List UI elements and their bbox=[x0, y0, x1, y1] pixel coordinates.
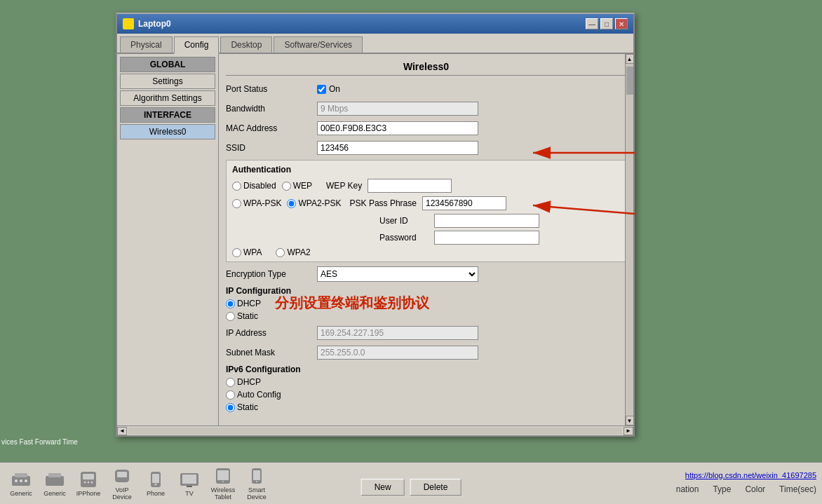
laptop0-window: Laptop0 — □ ✕ Physical Config Desktop So… bbox=[116, 13, 635, 437]
close-button[interactable]: ✕ bbox=[615, 18, 628, 29]
authentication-title: Authentication bbox=[232, 165, 620, 175]
toolbar-generic-icon-1[interactable]: Generic bbox=[6, 466, 36, 501]
auth-wpa2-psk-radio[interactable] bbox=[287, 199, 296, 208]
delete-button[interactable]: Delete bbox=[410, 479, 461, 496]
auth-wpa2-radio[interactable] bbox=[276, 248, 285, 257]
minimize-button[interactable]: — bbox=[586, 18, 598, 29]
wireless-tablet-shape bbox=[213, 467, 234, 485]
ssid-input[interactable] bbox=[317, 141, 478, 155]
mac-address-input[interactable] bbox=[317, 121, 478, 135]
scroll-right-arrow[interactable]: ► bbox=[624, 427, 633, 435]
maximize-button[interactable]: □ bbox=[600, 18, 613, 29]
ip-static-radio[interactable] bbox=[226, 312, 235, 321]
auth-wpa2-psk-option[interactable]: WPA2-PSK bbox=[287, 198, 341, 208]
algorithm-settings-button[interactable]: Algorithm Settings bbox=[120, 90, 215, 106]
ip-dhcp-option[interactable]: DHCP bbox=[226, 299, 261, 308]
svg-rect-12 bbox=[83, 474, 94, 479]
toolbar-wireless-tablet-icon[interactable]: Wireless Tablet bbox=[208, 466, 238, 501]
subnet-mask-input[interactable] bbox=[317, 346, 478, 360]
toolbar-ipphone-icon[interactable]: IPPhone bbox=[73, 466, 104, 501]
auth-wpa-radio[interactable] bbox=[232, 248, 241, 257]
interface-header: INTERFACE bbox=[120, 107, 215, 123]
auth-wep-radio[interactable] bbox=[282, 182, 291, 191]
auth-wpa-psk-radio[interactable] bbox=[232, 199, 241, 208]
tab-config[interactable]: Config bbox=[174, 36, 220, 54]
ipv6-autoconfig-option[interactable]: Auto Config bbox=[226, 390, 626, 400]
auth-wpa2-psk-label: WPA2-PSK bbox=[298, 198, 341, 208]
scroll-up-arrow[interactable]: ▲ bbox=[626, 54, 634, 64]
ip-address-input[interactable] bbox=[317, 326, 478, 340]
ip-dhcp-radio[interactable] bbox=[226, 299, 235, 308]
toolbar-smart-device-icon[interactable]: Smart Device bbox=[241, 466, 272, 501]
tab-physical[interactable]: Physical bbox=[120, 36, 173, 53]
scroll-track bbox=[128, 428, 622, 435]
svg-rect-27 bbox=[253, 470, 260, 480]
bandwidth-input bbox=[317, 102, 478, 116]
ipv6-static-radio[interactable] bbox=[226, 403, 235, 412]
subnet-mask-label: Subnet Mask bbox=[226, 348, 317, 357]
ip-config-section: IP Configuration DHCP Static bbox=[226, 286, 626, 321]
auth-wpa2-option[interactable]: WPA2 bbox=[276, 247, 310, 257]
col-color: Color bbox=[745, 484, 765, 494]
annotation-text: 分别设置终端和鉴别协议 bbox=[275, 294, 429, 313]
user-id-input[interactable] bbox=[434, 214, 539, 228]
port-status-checkbox-label[interactable]: On bbox=[317, 84, 340, 94]
ip-static-label: Static bbox=[237, 311, 258, 321]
tab-software-services[interactable]: Software/Services bbox=[274, 36, 363, 53]
auth-disabled-radio[interactable] bbox=[232, 182, 241, 191]
encryption-select[interactable]: AES TKIP bbox=[317, 266, 478, 282]
port-status-checkbox[interactable] bbox=[317, 85, 326, 94]
horizontal-scrollbar[interactable]: ◄ ► bbox=[117, 425, 633, 435]
ipv6-static-option[interactable]: Static bbox=[226, 402, 626, 412]
voip-shape bbox=[112, 467, 133, 485]
svg-rect-10 bbox=[48, 473, 61, 477]
password-label: Password bbox=[379, 233, 429, 243]
ipv6-dhcp-radio[interactable] bbox=[226, 378, 235, 387]
scroll-thumb[interactable] bbox=[626, 67, 633, 95]
psk-pass-phrase-label: PSK Pass Phrase bbox=[350, 198, 417, 208]
bandwidth-label: Bandwidth bbox=[226, 104, 317, 114]
right-scrollbar[interactable]: ▲ ▼ bbox=[625, 54, 633, 425]
scroll-down-arrow[interactable]: ▼ bbox=[626, 416, 634, 425]
svg-point-15 bbox=[91, 481, 93, 483]
scroll-left-arrow[interactable]: ◄ bbox=[117, 427, 127, 435]
ipv6-dhcp-label: DHCP bbox=[237, 377, 261, 387]
window-content: GLOBAL Settings Algorithm Settings INTER… bbox=[117, 54, 633, 425]
toolbar-generic-icon-2[interactable]: Generic bbox=[39, 466, 70, 501]
window-controls: — □ ✕ bbox=[586, 18, 628, 29]
status-url: https://blog.csdn.net/weixin_41697285 bbox=[685, 471, 816, 479]
encryption-row: Encryption Type AES TKIP bbox=[226, 266, 626, 282]
col-time: Time(sec) bbox=[779, 484, 816, 494]
tab-desktop[interactable]: Desktop bbox=[220, 36, 272, 53]
auth-wpa-psk-option[interactable]: WPA-PSK bbox=[232, 198, 281, 208]
right-panel-inner: Wireless0 Port Status On Bandwidth MA bbox=[219, 54, 633, 425]
auth-wep-option[interactable]: WEP bbox=[282, 181, 312, 191]
ipv6-autoconfig-radio[interactable] bbox=[226, 390, 235, 400]
settings-button[interactable]: Settings bbox=[120, 74, 215, 89]
right-panel: Wireless0 Port Status On Bandwidth MA bbox=[219, 54, 633, 425]
ipv6-dhcp-option[interactable]: DHCP bbox=[226, 377, 626, 387]
ip-static-option[interactable]: Static bbox=[226, 311, 261, 321]
ssid-label: SSID bbox=[226, 143, 317, 153]
psk-pass-phrase-input[interactable] bbox=[422, 196, 506, 210]
svg-rect-18 bbox=[152, 474, 159, 483]
new-button[interactable]: New bbox=[361, 479, 405, 496]
generic-shape-2 bbox=[44, 470, 65, 489]
svg-point-7 bbox=[20, 479, 22, 482]
toolbar-phone-icon[interactable]: Phone bbox=[140, 466, 171, 501]
svg-rect-24 bbox=[217, 470, 229, 480]
svg-point-8 bbox=[25, 479, 27, 482]
auth-disabled-option[interactable]: Disabled bbox=[232, 181, 276, 191]
wireless0-item[interactable]: Wireless0 bbox=[120, 124, 215, 139]
password-row: Password bbox=[379, 231, 620, 245]
password-input[interactable] bbox=[434, 231, 539, 245]
authentication-section: Authentication Disabled WEP WEP Key bbox=[226, 160, 626, 262]
toolbar-tv-icon[interactable]: TV bbox=[174, 466, 205, 501]
window-title-text: Laptop0 bbox=[138, 19, 171, 29]
toolbar-wireless-tablet-label: Wireless Tablet bbox=[208, 486, 238, 500]
wep-key-input[interactable] bbox=[368, 179, 452, 193]
svg-rect-5 bbox=[15, 473, 27, 477]
toolbar-voip-icon[interactable]: VoIP Device bbox=[107, 466, 137, 501]
svg-point-25 bbox=[222, 481, 224, 482]
auth-wpa-option[interactable]: WPA bbox=[232, 247, 262, 257]
